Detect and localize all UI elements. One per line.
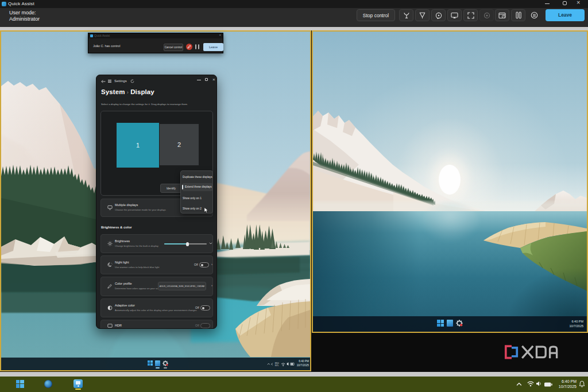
svg-text:INTL: INTL — [275, 364, 279, 367]
